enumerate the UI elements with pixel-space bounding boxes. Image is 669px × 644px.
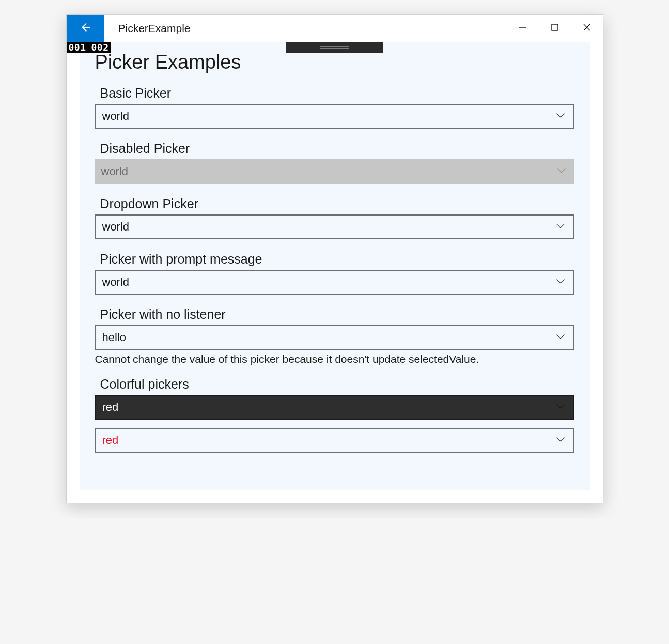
label-prompt: Picker with prompt message [80, 249, 590, 270]
back-arrow-icon [79, 21, 92, 36]
content-area: Picker Examples Basic Picker world Disab… [80, 42, 590, 490]
section-colorful: Colorful pickers red red [80, 371, 590, 453]
fps-value-2: 002 [91, 42, 109, 53]
back-button[interactable] [67, 15, 104, 42]
section-nolistener: Picker with no listener hello Cannot cha… [80, 301, 590, 371]
picker-colorful-dark[interactable]: red [95, 395, 574, 420]
picker-basic-value: world [102, 110, 130, 123]
minimize-icon [519, 23, 527, 34]
label-nolistener: Picker with no listener [80, 304, 590, 325]
chevron-down-icon [555, 331, 566, 344]
picker-prompt[interactable]: world [95, 270, 574, 295]
window-title: PickerExample [104, 15, 507, 42]
picker-dropdown-value: world [102, 220, 130, 234]
picker-nolistener[interactable]: hello [95, 325, 574, 350]
chevron-down-icon [555, 401, 566, 414]
close-icon [583, 23, 591, 34]
picker-nolistener-value: hello [102, 331, 126, 344]
dev-drag-handle[interactable] [286, 42, 383, 53]
chevron-down-icon [555, 275, 566, 289]
picker-prompt-value: world [102, 275, 130, 289]
label-colorful: Colorful pickers [80, 374, 590, 395]
chevron-down-icon [556, 165, 567, 178]
maximize-icon [551, 23, 559, 34]
minimize-button[interactable] [507, 15, 539, 42]
titlebar: PickerExample [67, 15, 603, 42]
section-prompt: Picker with prompt message world [80, 246, 590, 295]
fps-counter: 001 002 [67, 42, 111, 53]
label-dropdown: Dropdown Picker [80, 193, 590, 214]
picker-disabled-value: world [101, 165, 129, 178]
nolistener-note: Cannot change the value of this picker b… [80, 353, 590, 371]
picker-colorful-red[interactable]: red [95, 428, 574, 453]
chevron-down-icon [555, 220, 566, 234]
picker-colorful-dark-value: red [102, 401, 119, 414]
chevron-down-icon [555, 434, 566, 447]
close-button[interactable] [571, 15, 603, 42]
app-window: PickerExample 001 002 Picker Ex [66, 14, 603, 503]
section-basic: Basic Picker world [80, 80, 590, 129]
label-basic: Basic Picker [80, 83, 590, 104]
window-controls [507, 15, 603, 42]
picker-colorful-red-value: red [102, 434, 119, 447]
picker-dropdown[interactable]: world [95, 214, 574, 239]
maximize-button[interactable] [539, 15, 571, 42]
section-dropdown: Dropdown Picker world [80, 190, 590, 239]
picker-basic[interactable]: world [95, 104, 574, 129]
section-disabled: Disabled Picker world [80, 135, 590, 184]
chevron-down-icon [555, 110, 566, 123]
svg-rect-0 [552, 24, 558, 30]
fps-value-1: 001 [69, 42, 86, 53]
label-disabled: Disabled Picker [80, 138, 590, 159]
picker-disabled: world [95, 159, 574, 184]
